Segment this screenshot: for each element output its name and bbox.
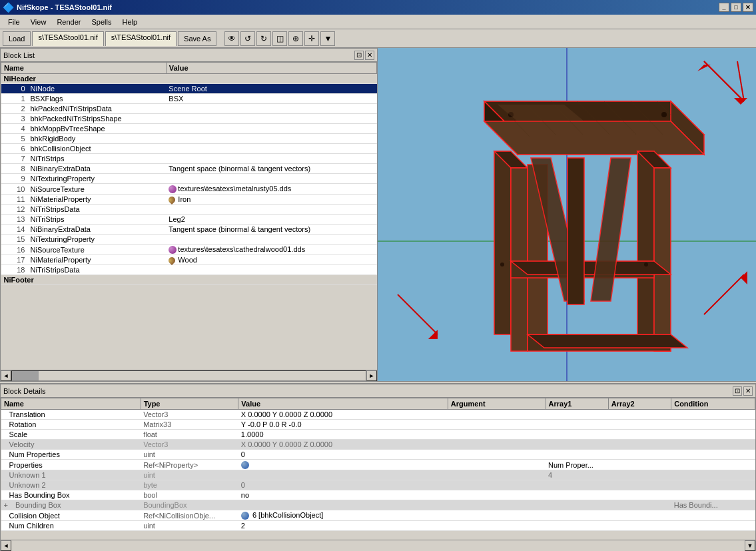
details-scroll-down[interactable]: ▼ bbox=[745, 540, 755, 551]
row-name[interactable]: NiTriStrips bbox=[28, 154, 167, 164]
row-id[interactable]: 16 bbox=[1, 245, 28, 255]
row-name[interactable]: bhkPackedNiTriStripsShape bbox=[28, 114, 167, 124]
menu-spells[interactable]: Spells bbox=[86, 17, 117, 27]
row-name[interactable]: NiTexturingProperty bbox=[28, 174, 167, 184]
detail-value[interactable]: 0 bbox=[238, 480, 448, 490]
detail-value[interactable]: 6 [bhkCollisionObject] bbox=[238, 510, 448, 521]
detail-value[interactable]: Y -0.0 P 0.0 R -0.0 bbox=[238, 420, 448, 430]
table-row[interactable]: Num Properties uint 0 bbox=[1, 450, 755, 460]
tab-2[interactable]: s\TESAStool01.nif bbox=[105, 31, 177, 46]
row-value[interactable] bbox=[166, 174, 376, 184]
table-row[interactable]: Unknown 2 byte 0 bbox=[1, 480, 755, 490]
row-id[interactable]: 0 bbox=[1, 84, 28, 94]
detail-value[interactable] bbox=[238, 500, 448, 510]
row-value[interactable]: Leg2 bbox=[166, 215, 376, 225]
table-row[interactable]: Translation Vector3 X 0.0000 Y 0.0000 Z … bbox=[1, 410, 755, 420]
table-row[interactable]: 9NiTexturingProperty bbox=[1, 174, 377, 184]
row-value[interactable]: Iron bbox=[166, 195, 376, 205]
bottom-scrollbar[interactable]: ◄ ▼ bbox=[1, 540, 755, 550]
table-row[interactable]: 10NiSourceTexturetextures\tesatexs\metal… bbox=[1, 184, 377, 195]
row-value[interactable] bbox=[166, 205, 376, 215]
row-name[interactable]: bhkCollisionObject bbox=[28, 144, 167, 154]
row-value[interactable]: textures\tesatexs\cathedralwood01.dds bbox=[166, 245, 376, 255]
table-row[interactable]: 12NiTriStripsData bbox=[1, 205, 377, 215]
row-id[interactable]: 6 bbox=[1, 144, 28, 154]
table-row[interactable]: 11NiMaterialPropertyIron bbox=[1, 195, 377, 205]
3d-view[interactable] bbox=[378, 48, 756, 381]
row-value[interactable] bbox=[166, 104, 376, 114]
rotate-left-icon[interactable]: ↺ bbox=[240, 31, 255, 46]
row-value[interactable] bbox=[166, 124, 376, 134]
table-row[interactable]: 6bhkCollisionObject bbox=[1, 144, 377, 154]
view-icon[interactable]: ◫ bbox=[272, 31, 287, 46]
detail-value[interactable]: no bbox=[238, 490, 448, 500]
row-id[interactable]: 2 bbox=[1, 104, 28, 114]
row-name[interactable]: NiTexturingProperty bbox=[28, 235, 167, 245]
row-id[interactable]: 3 bbox=[1, 114, 28, 124]
row-id[interactable]: 15 bbox=[1, 235, 28, 245]
row-value[interactable] bbox=[166, 154, 376, 164]
table-row[interactable]: 8NiBinaryExtraDataTangent space (binorma… bbox=[1, 164, 377, 174]
row-value[interactable] bbox=[166, 235, 376, 245]
row-name[interactable]: bhkRigidBody bbox=[28, 134, 167, 144]
row-id[interactable]: 10 bbox=[1, 184, 28, 195]
minimize-button[interactable]: _ bbox=[719, 3, 729, 12]
tab-1[interactable]: s\TESAStool01.nif bbox=[32, 31, 103, 46]
details-scroll-left[interactable]: ◄ bbox=[1, 540, 11, 551]
table-row[interactable]: Collision Object Ref<NiCollisionObje... … bbox=[1, 510, 755, 521]
menu-view[interactable]: View bbox=[25, 17, 52, 27]
detail-value[interactable] bbox=[238, 470, 448, 480]
table-row[interactable]: 14NiBinaryExtraDataTangent space (binorm… bbox=[1, 225, 377, 235]
table-row[interactable]: Unknown 1 uint 4 bbox=[1, 470, 755, 480]
row-id[interactable]: 14 bbox=[1, 225, 28, 235]
details-restore-icon[interactable]: ⊡ bbox=[733, 386, 742, 396]
row-id[interactable]: 12 bbox=[1, 205, 28, 215]
row-id[interactable]: 7 bbox=[1, 154, 28, 164]
table-row[interactable]: 17NiMaterialPropertyWood bbox=[1, 255, 377, 265]
row-value[interactable] bbox=[166, 144, 376, 154]
row-name[interactable]: NiTriStripsData bbox=[28, 205, 167, 215]
row-name[interactable]: bhkMoppBvTreeShape bbox=[28, 124, 167, 134]
details-close-icon[interactable]: ✕ bbox=[743, 386, 753, 396]
row-name[interactable]: NiSourceTexture bbox=[28, 184, 167, 195]
transform-icon[interactable]: ✛ bbox=[304, 31, 319, 46]
row-value[interactable]: Tangent space (binormal & tangent vector… bbox=[166, 225, 376, 235]
dropdown-arrow-icon[interactable]: ▼ bbox=[320, 31, 335, 46]
close-button[interactable]: ✕ bbox=[743, 3, 753, 12]
table-row[interactable]: Scale float 1.0000 bbox=[1, 430, 755, 440]
table-row[interactable]: 1BSXFlagsBSX bbox=[1, 94, 377, 104]
row-name[interactable]: NiBinaryExtraData bbox=[28, 225, 167, 235]
row-value[interactable] bbox=[166, 134, 376, 144]
title-bar-controls[interactable]: _ □ ✕ bbox=[719, 3, 753, 12]
table-row[interactable]: Properties Ref<NiProperty> Num Proper... bbox=[1, 460, 755, 470]
row-name[interactable]: NiMaterialProperty bbox=[28, 255, 167, 265]
table-row[interactable]: Bounding Box BoundingBox Has Boundi... bbox=[1, 500, 755, 510]
table-row[interactable]: 15NiTexturingProperty bbox=[1, 235, 377, 245]
scroll-left-arrow[interactable]: ◄ bbox=[1, 370, 11, 381]
row-name[interactable]: NiMaterialProperty bbox=[28, 195, 167, 205]
row-value[interactable]: textures\tesatexs\metalrusty05.dds bbox=[166, 184, 376, 195]
row-name[interactable]: hkPackedNiTriStripsData bbox=[28, 104, 167, 114]
row-id[interactable]: 11 bbox=[1, 195, 28, 205]
row-value[interactable]: Scene Root bbox=[166, 84, 376, 94]
row-id[interactable]: 5 bbox=[1, 134, 28, 144]
table-row[interactable]: 7NiTriStrips bbox=[1, 154, 377, 164]
block-details-table-container[interactable]: Name Type Value Argument Array1 Array2 C… bbox=[1, 398, 755, 540]
menu-render[interactable]: Render bbox=[51, 17, 86, 27]
table-row[interactable]: 13NiTriStripsLeg2 bbox=[1, 215, 377, 225]
block-list-scrollbar[interactable]: ◄ ► bbox=[1, 370, 377, 380]
camera-icon[interactable]: ⊕ bbox=[288, 31, 303, 46]
row-value[interactable]: Wood bbox=[166, 255, 376, 265]
row-id[interactable]: 9 bbox=[1, 174, 28, 184]
maximize-button[interactable]: □ bbox=[731, 3, 741, 12]
row-id[interactable]: 1 bbox=[1, 94, 28, 104]
row-name[interactable]: NiTriStripsData bbox=[28, 265, 167, 275]
row-name[interactable]: NiBinaryExtraData bbox=[28, 164, 167, 174]
table-row[interactable]: 16NiSourceTexturetextures\tesatexs\cathe… bbox=[1, 245, 377, 255]
detail-value[interactable] bbox=[238, 460, 448, 470]
row-name[interactable]: NiTriStrips bbox=[28, 215, 167, 225]
row-name[interactable]: BSXFlags bbox=[28, 94, 167, 104]
panel-restore-icon[interactable]: ⊡ bbox=[354, 51, 364, 60]
panel-header-icons[interactable]: ⊡ ✕ bbox=[354, 51, 374, 60]
details-panel-icons[interactable]: ⊡ ✕ bbox=[733, 386, 753, 396]
